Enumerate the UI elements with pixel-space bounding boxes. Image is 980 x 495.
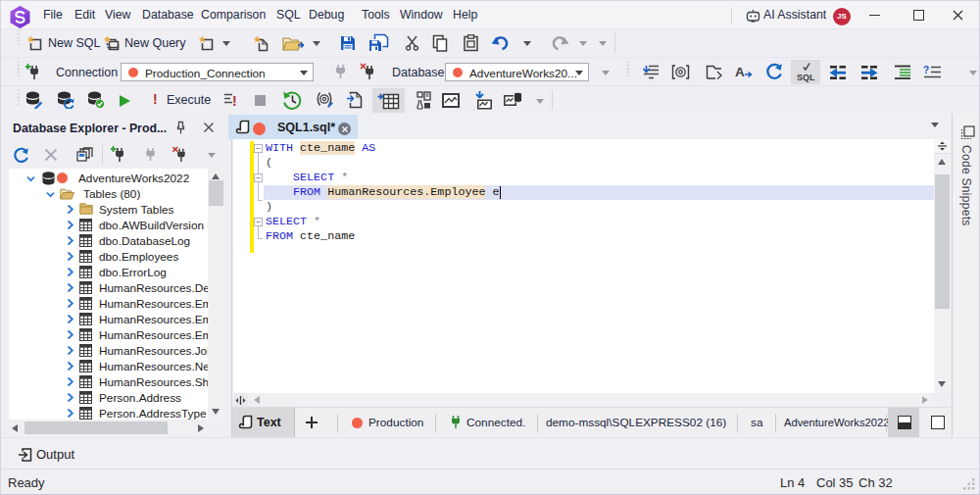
svg-text:!: ! (232, 93, 237, 108)
svg-text:?: ? (923, 65, 929, 75)
svg-text:A: A (735, 65, 745, 79)
svg-text:SQL: SQL (797, 73, 815, 82)
